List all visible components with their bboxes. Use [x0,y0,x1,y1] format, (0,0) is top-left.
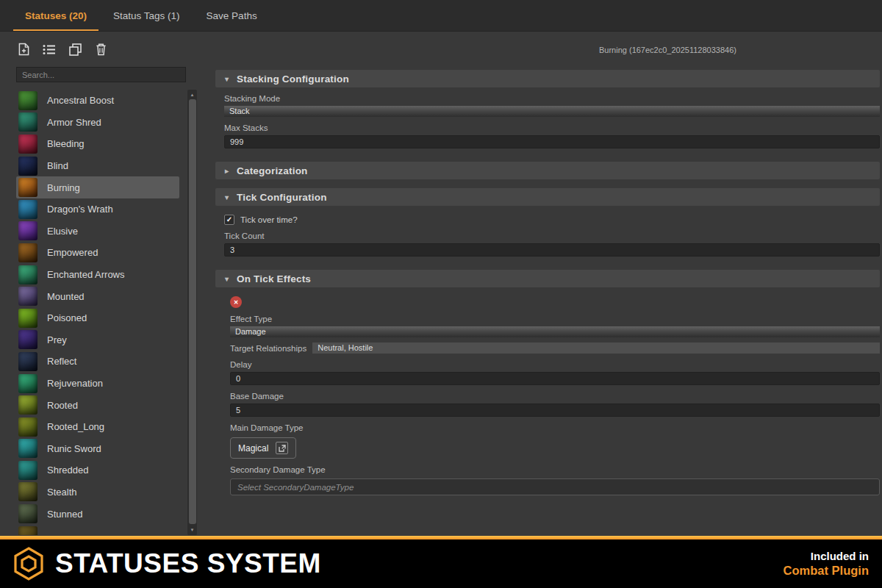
effect-entry: Effect Type Damage Target Relationships … [230,296,880,495]
status-icon [18,221,37,240]
collapse-arrow-icon [223,193,230,201]
list-item-label: Enchanted Arrows [47,269,125,280]
status-list: Ancestral BoostArmor ShredBleedingBlindB… [16,90,179,535]
effect-type-label: Effect Type [230,315,880,323]
list-item[interactable]: Shredded [16,459,179,481]
effect-type-dropdown[interactable]: Damage [230,326,880,337]
status-icon [18,309,37,328]
status-icon [18,526,37,535]
list-item-label: Ancestral Boost [47,95,114,106]
list-item[interactable] [16,525,179,535]
list-view-icon [43,44,56,55]
categorization-section-header[interactable]: Categorization [215,162,880,179]
list-item-label: Prey [47,334,67,345]
tab-status-tags-1[interactable]: Status Tags (1) [100,0,193,31]
tab-statuses-20[interactable]: Statuses (20) [12,0,100,31]
list-item-label: Shredded [47,465,88,476]
list-item-label: Stunned [47,509,82,520]
main-damage-type-value: Magical [238,443,268,453]
list-item-label: Bleeding [47,138,85,149]
included-in-text: Included in [784,549,869,564]
list-item[interactable]: Blind [16,155,179,177]
list-view-button[interactable] [42,42,57,57]
on-tick-section-header[interactable]: On Tick Effects [215,270,880,287]
collapse-arrow-icon [223,167,230,175]
list-item-label: Elusive [47,226,78,237]
status-icon [18,417,37,437]
max-stacks-label: Max Stacks [224,123,880,132]
list-item[interactable]: Elusive [16,220,179,243]
status-icon [18,461,37,480]
tab-save-paths[interactable]: Save Paths [193,0,270,31]
scroll-up-icon[interactable] [187,91,197,98]
status-icon [18,439,37,458]
status-icon [18,135,37,154]
list-item[interactable]: Poisoned [16,307,179,329]
list-item-label: Reflect [47,356,76,367]
section-on-tick-effects: On Tick Effects Effect Type Damage Targe… [215,270,880,495]
open-external-icon[interactable] [276,442,288,454]
list-item[interactable]: Rooted_Long [16,416,179,438]
list-item[interactable]: Enchanted Arrows [16,264,179,286]
status-icon [18,91,37,110]
delete-button[interactable] [93,42,108,57]
list-item[interactable]: Rejuvenation [16,373,179,395]
list-item-label: Burning [47,182,80,193]
list-item[interactable]: Bleeding [16,133,179,155]
base-damage-input[interactable] [230,404,880,417]
list-item[interactable]: Runic Sword [16,438,179,460]
scrollbar-thumb[interactable] [189,99,196,524]
duplicate-button[interactable] [68,42,82,57]
list-item-label: Empowered [47,247,98,258]
status-icon [18,352,37,371]
list-item[interactable]: Armor Shred [16,112,179,134]
target-relationships-row: Target Relationships Neutral, Hostile [230,343,880,354]
section-tick-configuration: Tick Configuration Tick over time? Tick … [215,188,880,261]
list-item-label: Runic Sword [47,443,101,454]
status-icon [18,482,37,501]
new-status-button[interactable] [16,42,31,57]
list-item[interactable]: Burning [16,176,179,198]
duplicate-icon [69,43,82,56]
list-scrollbar[interactable] [187,90,197,535]
section-title: Tick Configuration [237,192,327,203]
status-list-container: Ancestral BoostArmor ShredBleedingBlindB… [16,90,197,535]
tick-section-header[interactable]: Tick Configuration [215,188,880,206]
max-stacks-input[interactable] [224,135,880,148]
search-input[interactable] [16,67,186,82]
list-item[interactable]: Stealth [16,481,179,503]
status-icon [18,330,37,349]
tick-over-time-row: Tick over time? [224,215,880,225]
status-icon [18,243,37,262]
list-item[interactable]: Ancestral Boost [16,90,179,112]
collapse-arrow-icon [223,275,230,283]
selected-asset-title: Burning (167ec2c0_20251128033846) [599,46,736,54]
editor-panel: Burning (167ec2c0_20251128033846) Stacki… [215,32,882,536]
scroll-down-icon[interactable] [187,526,197,534]
sidebar: Ancestral BoostArmor ShredBleedingBlindB… [0,32,198,536]
status-icon [18,395,37,415]
target-relationships-value[interactable]: Neutral, Hostile [312,343,880,354]
remove-effect-button[interactable] [230,296,242,308]
status-icon [18,178,37,197]
tick-count-input[interactable] [224,243,880,257]
list-item[interactable]: Stunned [16,503,179,525]
list-item[interactable]: Dragon's Wrath [16,198,179,220]
stacking-mode-label: Stacking Mode [224,94,880,103]
secondary-damage-type-input[interactable] [230,478,880,495]
list-item[interactable]: Rooted [16,394,179,416]
list-item-label: Dragon's Wrath [47,204,113,215]
list-item[interactable]: Empowered [16,242,179,264]
stacking-mode-dropdown[interactable]: Stack [224,106,880,117]
list-item[interactable]: Prey [16,329,179,351]
main-damage-type-button[interactable]: Magical [230,437,296,459]
list-item[interactable]: Mounted [16,285,179,307]
list-item[interactable]: Reflect [16,351,179,373]
tick-over-time-checkbox[interactable] [224,215,234,225]
list-item-label: Rooted_Long [47,421,104,432]
stacking-section-header[interactable]: Stacking Configuration [215,70,880,87]
delay-label: Delay [230,360,880,369]
main-damage-type-label: Main Damage Type [230,423,880,432]
delay-input[interactable] [230,372,880,385]
section-stacking-configuration: Stacking Configuration Stacking Mode Sta… [215,70,880,153]
